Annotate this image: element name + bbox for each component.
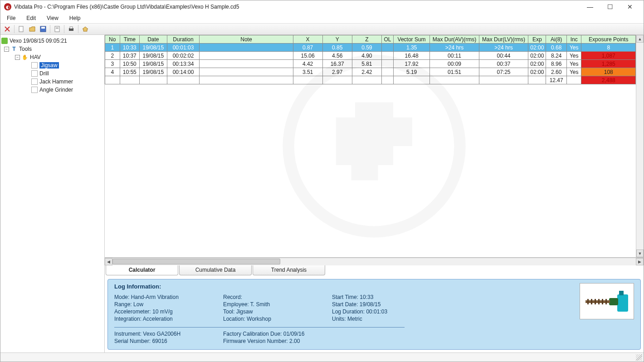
column-header[interactable]: Time: [120, 35, 139, 44]
scrollbar-track[interactable]: [112, 258, 636, 265]
column-header[interactable]: Z: [352, 35, 381, 44]
tree-hav[interactable]: − ✋ HAV: [1, 53, 103, 61]
cell-x: 0.87: [293, 44, 322, 52]
data-grid[interactable]: NoTimeDateDurationNoteXYZOLVector SumMax…: [105, 35, 636, 257]
menu-help[interactable]: Help: [68, 14, 83, 22]
app-window: ◐ Vibdata Pro - C:\Program Files (x86)\C…: [0, 0, 644, 362]
column-header[interactable]: Max Dur(AV)(rms): [430, 35, 479, 44]
column-header[interactable]: Y: [322, 35, 352, 44]
scroll-right-icon[interactable]: ▶: [636, 258, 644, 265]
menu-file[interactable]: File: [5, 14, 17, 22]
info-log-duration: Log Duration: 00:01:03: [332, 308, 441, 315]
menu-view[interactable]: View: [45, 14, 60, 22]
column-header[interactable]: Exp: [528, 35, 546, 44]
tab-trend-analysis[interactable]: Trend Analysis: [253, 265, 325, 275]
svg-rect-14: [591, 299, 592, 304]
table-row[interactable]: 210:3719/08/1500:02:0215.064.564.9016.48…: [105, 52, 636, 60]
tree-item-label: Jigsaw: [39, 62, 59, 68]
column-header[interactable]: X: [293, 35, 322, 44]
info-integration: Integration: Acceleration: [114, 315, 223, 323]
cell-inc: Yes: [566, 52, 581, 60]
info-range: Range: Low: [114, 301, 223, 308]
cell-note: [200, 60, 293, 68]
cell-dur: 00:13:34: [167, 60, 200, 68]
tree-hav-label: HAV: [30, 54, 41, 60]
tree-tools[interactable]: − T Tools: [1, 45, 103, 53]
tree-panel[interactable]: Vexo 19/08/15 09:05:21 − T Tools − ✋ HAV…: [0, 35, 105, 352]
document-icon: [31, 70, 38, 77]
info-start-date: Start Date: 19/08/15: [332, 301, 441, 308]
titlebar: ◐ Vibdata Pro - C:\Program Files (x86)\C…: [0, 0, 644, 13]
cell-date: [139, 76, 167, 84]
cell-time: 10:55: [120, 68, 139, 76]
cell-pts: 108: [581, 68, 636, 76]
cell-dur: 00:02:02: [167, 52, 200, 60]
table-row[interactable]: 410:5519/08/1500:14:003.512.972.425.1901…: [105, 68, 636, 76]
column-header[interactable]: Inc: [566, 35, 581, 44]
tree-item-angle-grinder[interactable]: Angle Grinder: [1, 86, 103, 94]
tree-root[interactable]: Vexo 19/08/15 09:05:21: [1, 37, 103, 45]
scrollbar-thumb[interactable]: [112, 259, 280, 264]
cell-no: 1: [105, 44, 120, 52]
cell-inc: [566, 76, 581, 84]
table-row[interactable]: 12.472,488: [105, 76, 636, 84]
cell-ai: 0.68: [546, 44, 567, 52]
scroll-up-icon[interactable]: ▲: [636, 35, 644, 43]
expander-icon[interactable]: −: [15, 55, 20, 60]
tab-calculator[interactable]: Calculator: [106, 265, 178, 275]
column-header[interactable]: No: [105, 35, 120, 44]
cell-y: 16.37: [322, 60, 352, 68]
column-header[interactable]: Ai(8): [546, 35, 567, 44]
cell-ai: 2.60: [546, 68, 567, 76]
tree-item-jigsaw[interactable]: Jigsaw: [1, 61, 103, 69]
data-table[interactable]: NoTimeDateDurationNoteXYZOLVector SumMax…: [105, 35, 636, 84]
toolbar-print-icon[interactable]: [66, 24, 76, 34]
tree-item-jack-hammer[interactable]: Jack Hammer: [1, 78, 103, 86]
cell-pts: 1,087: [581, 52, 636, 60]
column-header[interactable]: OL: [381, 35, 393, 44]
table-row[interactable]: 110:3319/08/1500:01:030.870.850.591.35>2…: [105, 44, 636, 52]
toolbar-report-icon[interactable]: [52, 24, 62, 34]
svg-rect-3: [55, 26, 59, 32]
svg-rect-15: [595, 299, 596, 304]
column-header[interactable]: Date: [139, 35, 167, 44]
cell-time: 10:33: [120, 44, 139, 52]
toolbar-close-icon[interactable]: [2, 24, 12, 34]
minimize-button[interactable]: —: [580, 1, 600, 13]
document-icon: [31, 78, 38, 85]
toolbar-new-icon[interactable]: [16, 24, 26, 34]
menu-edit[interactable]: Edit: [24, 14, 38, 22]
scroll-left-icon[interactable]: ◀: [105, 258, 112, 265]
toolbar-open-icon[interactable]: [27, 24, 37, 34]
document-icon: [31, 62, 38, 68]
toolbar-save-icon[interactable]: [38, 24, 48, 34]
column-header[interactable]: Max Dur(LV)(rms): [479, 35, 528, 44]
info-firmware: Firmware Version Number: 2.00: [223, 338, 332, 345]
cell-av: 00:09: [430, 60, 479, 68]
close-button[interactable]: ✕: [620, 1, 640, 13]
right-panel: NoTimeDateDurationNoteXYZOLVector SumMax…: [105, 35, 644, 352]
column-header[interactable]: Vector Sum: [393, 35, 429, 44]
vertical-scrollbar[interactable]: ▲ ▼: [636, 35, 644, 257]
tree-item-label: Drill: [39, 70, 49, 77]
tree-item-drill[interactable]: Drill: [1, 69, 103, 78]
info-start-time: Start Time: 10:33: [332, 294, 441, 301]
column-header[interactable]: Exposure Points: [581, 35, 636, 44]
download-icon: [1, 38, 8, 44]
cell-ai: 8.96: [546, 60, 567, 68]
table-row[interactable]: 310:5019/08/1500:13:344.4216.375.8117.92…: [105, 60, 636, 68]
column-header[interactable]: Duration: [167, 35, 200, 44]
toolbar: [0, 23, 644, 35]
cell-exp: 02:00: [528, 68, 546, 76]
cell-z: 5.81: [352, 60, 381, 68]
resize-grip-icon[interactable]: [636, 354, 642, 361]
column-header[interactable]: Note: [200, 35, 293, 44]
cell-no: [105, 76, 120, 84]
expander-icon[interactable]: −: [4, 47, 9, 52]
toolbar-home-icon[interactable]: [80, 24, 90, 34]
maximize-button[interactable]: ☐: [600, 1, 620, 13]
horizontal-scrollbar[interactable]: ◀ ▶: [105, 258, 644, 265]
tab-cumulative-data[interactable]: Cumulative Data: [179, 265, 252, 275]
cell-y: 4.56: [322, 52, 352, 60]
scroll-down-icon[interactable]: ▼: [636, 249, 644, 257]
